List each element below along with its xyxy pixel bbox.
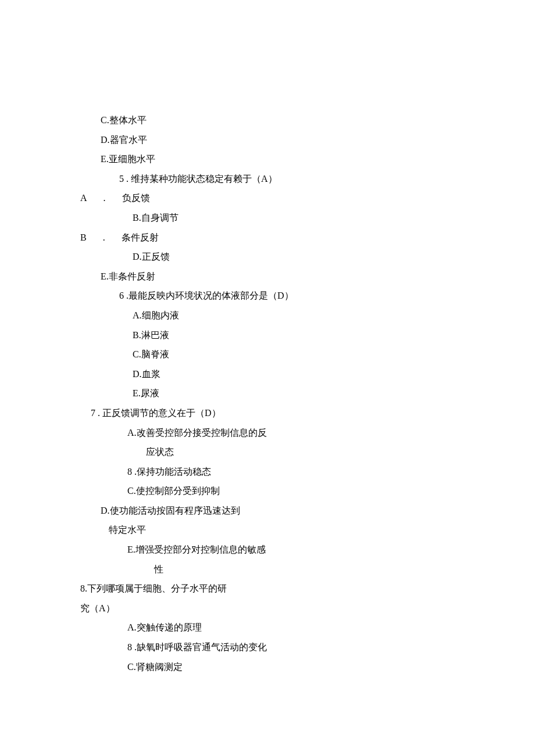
text-line: 性 — [0, 560, 535, 579]
text-line: D.正反馈 — [0, 247, 535, 267]
option-text: 条件反射 — [122, 232, 159, 242]
text-line: 应状态 — [0, 442, 535, 462]
option-label: A. — [80, 193, 122, 203]
text-line: 特定水平 — [0, 520, 535, 540]
text-line: A.细胞内液 — [0, 306, 535, 325]
text-line: B.自身调节 — [0, 208, 535, 228]
text-line: 8 .保持功能活动稳态 — [0, 462, 535, 482]
text-line: D.器官水平 — [0, 130, 535, 150]
text-line: A.改善受控部分接受控制信息的反 — [0, 423, 535, 443]
text-line: 8 .缺氧时呼吸器官通气活动的变化 — [0, 637, 535, 657]
text-line: A.突触传递的原理 — [0, 618, 535, 637]
option-text: 负反馈 — [122, 193, 150, 203]
text-line: 8.下列哪项属于细胞、分子水平的研 — [0, 579, 535, 599]
text-line: E.增强受控部分对控制信息的敏感 — [0, 540, 535, 560]
text-line: E.亚细胞水平 — [0, 149, 535, 169]
text-line: 7 . 正反馈调节的意义在于（D） — [0, 403, 535, 423]
text-line: B.淋巴液 — [0, 325, 535, 345]
text-line: 究（A） — [0, 599, 535, 618]
text-line: C.肾糖阈测定 — [0, 657, 535, 677]
text-line: B.条件反射 — [0, 228, 535, 248]
text-line: E.非条件反射 — [0, 267, 535, 286]
text-line: A.负反馈 — [0, 188, 535, 208]
text-line: C.脑脊液 — [0, 345, 535, 364]
text-line: D.使功能活动按固有程序迅速达到 — [0, 501, 535, 521]
text-line: 6 .最能反映内环境状况的体液部分是（D） — [0, 286, 535, 306]
text-line: E.尿液 — [0, 384, 535, 403]
text-line: C.整体水平 — [0, 110, 535, 130]
text-line: D.血浆 — [0, 364, 535, 384]
text-line: C.使控制部分受到抑制 — [0, 481, 535, 501]
text-line: 5 . 维持某种功能状态稳定有赖于（A） — [0, 169, 535, 189]
option-label: B. — [80, 232, 122, 242]
document-body: C.整体水平D.器官水平E.亚细胞水平5 . 维持某种功能状态稳定有赖于（A）A… — [0, 110, 535, 676]
